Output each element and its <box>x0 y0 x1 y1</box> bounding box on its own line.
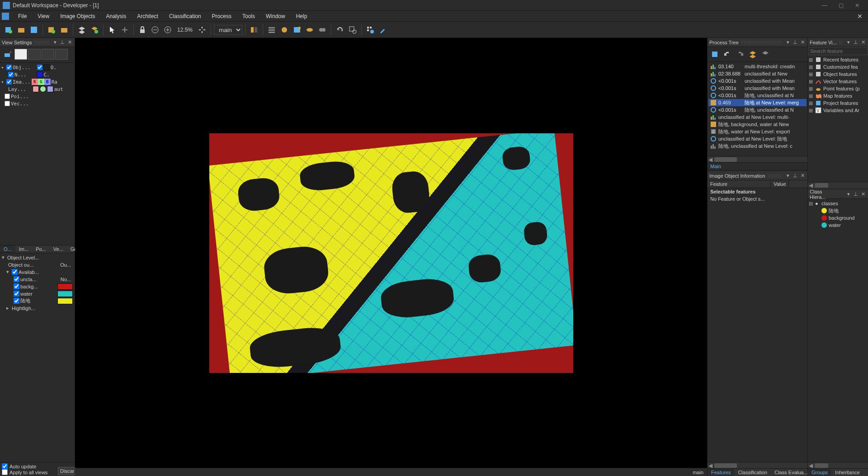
item-checkbox[interactable] <box>14 291 19 297</box>
dropdown-icon[interactable]: ▾ <box>845 39 852 45</box>
tab-classification[interactable]: Classification <box>734 469 771 476</box>
pan-tool[interactable] <box>119 24 131 36</box>
tree-row[interactable]: water <box>2 290 73 297</box>
dropdown-icon[interactable]: ▾ <box>785 173 791 179</box>
pin-icon[interactable]: ⊥ <box>853 39 859 45</box>
class-hscroll[interactable]: ◀ <box>808 462 868 468</box>
view-thumb-4[interactable] <box>55 49 68 60</box>
tree-toggle[interactable]: ▸ <box>6 305 11 311</box>
fit-button[interactable] <box>196 24 208 36</box>
tree-toggle[interactable]: ⊞ <box>809 108 813 113</box>
o-checkbox[interactable] <box>37 65 42 70</box>
pin-icon[interactable]: ⊥ <box>59 39 66 45</box>
tree-toggle[interactable]: ▾ <box>6 269 11 275</box>
feature-row[interactable]: ⊞Object features <box>809 71 867 78</box>
open-project-button[interactable] <box>15 24 27 36</box>
open-workspace-button[interactable] <box>58 24 70 36</box>
class-root[interactable]: classes <box>821 201 838 206</box>
class-row[interactable]: background <box>809 214 867 222</box>
ioi-col-value[interactable]: Value <box>771 180 789 188</box>
tab-features[interactable]: Features <box>708 469 734 476</box>
pin-icon[interactable]: ⊥ <box>853 191 859 197</box>
list-view-button[interactable] <box>266 24 278 36</box>
refresh-button[interactable] <box>334 24 346 36</box>
feature-row[interactable]: ⊞Vector features <box>809 78 867 85</box>
undo-button[interactable] <box>722 49 733 60</box>
process-row[interactable]: 0.469陆地 at New Level: merg <box>708 99 807 106</box>
ima-checkbox[interactable] <box>6 79 12 85</box>
process-row[interactable]: 03.140multi-threshold: creatin <box>708 63 807 70</box>
zoom-out-button[interactable] <box>149 24 161 36</box>
obj-checkbox[interactable] <box>6 65 12 70</box>
image-canvas[interactable] <box>209 133 573 373</box>
pin-icon[interactable]: ⊥ <box>792 173 798 179</box>
pointer-tool[interactable] <box>106 24 118 36</box>
minimize-button[interactable]: — <box>820 2 829 9</box>
menu-view[interactable]: View <box>32 12 55 21</box>
discard-button[interactable]: Discar <box>58 467 76 475</box>
tree-toggle[interactable]: ⊞ <box>809 64 813 70</box>
ioi-col-feature[interactable]: Feature <box>708 180 771 188</box>
menu-process[interactable]: Process <box>207 12 237 21</box>
process-hscroll[interactable]: ◀ <box>708 156 807 162</box>
close-icon[interactable]: ✕ <box>799 39 806 45</box>
dropdown-icon[interactable]: ▾ <box>52 39 58 45</box>
vec-checkbox[interactable] <box>5 101 10 106</box>
process-row[interactable]: unclassified at New Level: multi- <box>708 113 807 121</box>
menu-tools[interactable]: Tools <box>237 12 260 21</box>
process-subtab-main[interactable]: Main <box>708 162 807 170</box>
tree-toggle[interactable]: ⊞ <box>809 100 813 106</box>
tree-row[interactable]: ▸Hightligh... <box>2 305 73 312</box>
dropdown-icon[interactable]: ▾ <box>845 191 852 197</box>
tree-toggle[interactable]: ▾ <box>1 65 5 71</box>
feature-row[interactable]: ⊞Point features (p <box>809 85 867 92</box>
menu-image-objects[interactable]: Image Objects <box>55 12 100 21</box>
menu-analysis[interactable]: Analysis <box>101 12 132 21</box>
process-row[interactable]: 陆地, water at New Level: export <box>708 128 807 135</box>
tool-c-button[interactable] <box>304 24 316 36</box>
tab-o[interactable]: O... <box>0 245 15 253</box>
tab-ve[interactable]: Ve... <box>50 245 67 253</box>
close-icon[interactable]: ✕ <box>799 173 806 179</box>
process-row[interactable]: <0.001sunclassified with Mean <box>708 85 807 92</box>
close-icon[interactable]: ✕ <box>860 39 866 45</box>
tree-row[interactable]: ▾Availab... <box>2 269 73 276</box>
lock-button[interactable] <box>137 24 148 36</box>
item-checkbox[interactable] <box>12 269 18 275</box>
tree-toggle[interactable]: ⊞ <box>809 93 813 99</box>
tool-b-button[interactable] <box>291 24 303 36</box>
feature-row[interactable]: ⊞VVariables and Ar <box>809 107 867 114</box>
zoom-in-button[interactable] <box>162 24 174 36</box>
poi-checkbox[interactable] <box>5 94 10 99</box>
save-project-button[interactable] <box>28 24 40 36</box>
pin-icon[interactable]: ⊥ <box>792 39 798 45</box>
tree-toggle[interactable]: ▾ <box>1 79 5 85</box>
process-row[interactable]: <0.001s陆地, unclassified at N <box>708 92 807 99</box>
tree-toggle[interactable]: ⊞ <box>809 71 813 77</box>
run-button[interactable] <box>709 49 720 60</box>
tool-a-button[interactable] <box>278 24 290 36</box>
split-view-button[interactable] <box>248 24 260 36</box>
tree-toggle[interactable]: ▾ <box>2 254 6 260</box>
zoom-area-button[interactable] <box>347 24 359 36</box>
zoom-level[interactable]: 12.5% <box>175 27 195 33</box>
close-button[interactable]: ✕ <box>853 2 862 9</box>
layers2-icon[interactable] <box>760 49 771 60</box>
settings-button[interactable] <box>364 24 376 36</box>
tree-row[interactable]: uncla...No... <box>2 276 73 283</box>
view-thumb-2[interactable] <box>28 49 41 60</box>
process-row[interactable]: 02:38.688unclassified at New <box>708 70 807 77</box>
tab-groups[interactable]: Groups <box>808 469 831 476</box>
ioi-hscroll[interactable]: ◀ <box>708 462 807 468</box>
tree-row[interactable]: backg... <box>2 283 73 290</box>
process-row[interactable]: unclassified at New Level: 陆地 <box>708 135 807 142</box>
redo-button[interactable] <box>735 49 745 60</box>
tree-toggle[interactable]: ⊞ <box>809 86 813 92</box>
n-checkbox[interactable] <box>8 72 14 77</box>
tree-toggle[interactable]: ⊞ <box>809 79 813 85</box>
menu-architect[interactable]: Architect <box>132 12 164 21</box>
class-row[interactable]: water <box>809 222 867 229</box>
close-icon[interactable]: ✕ <box>66 39 73 45</box>
layers-icon[interactable] <box>747 49 758 60</box>
feature-row[interactable]: ⊞Customized fea <box>809 63 867 71</box>
